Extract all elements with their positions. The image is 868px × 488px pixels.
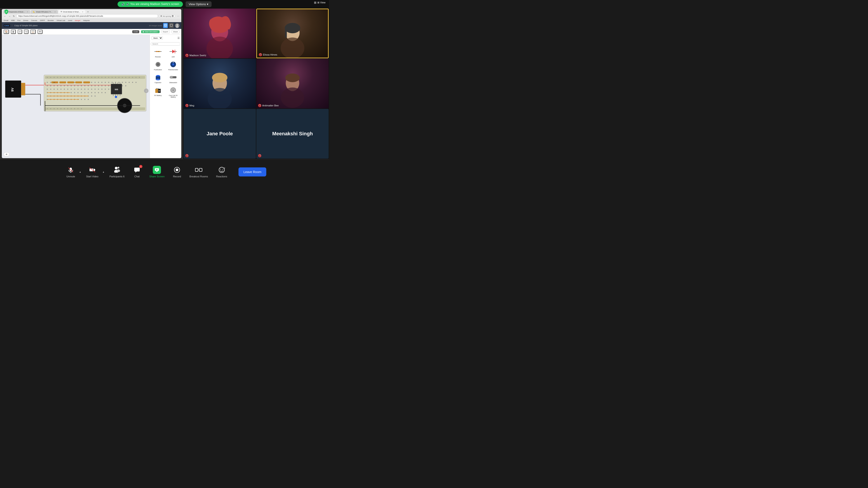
chat-button[interactable]: 1 Chat: [129, 164, 145, 180]
tinkercad-top-bar: CAD / Copy of Simple 555 piano All chang…: [2, 22, 181, 29]
svg-point-128: [88, 92, 89, 93]
unmute-button[interactable]: Unmute: [63, 164, 79, 180]
svg-point-99: [60, 89, 61, 90]
elissa-person-svg: [257, 9, 328, 58]
bookmark-boulder[interactable]: Boulder: [47, 19, 55, 22]
share-screen-icon: [153, 166, 161, 174]
bookmark-halyoke[interactable]: Halyoke: [82, 19, 91, 22]
jane-name-label: 🎤: [185, 154, 188, 157]
redo-button[interactable]: ↪: [24, 30, 29, 34]
svg-point-107: [88, 89, 89, 90]
svg-rect-179: [67, 82, 74, 84]
bookmarks-bar: Gmail KBB Fun Drives Canvas GRFP Boulder…: [2, 19, 181, 22]
svg-text:9V: 9V: [158, 90, 160, 92]
record-button[interactable]: Record: [169, 164, 185, 180]
reload-button[interactable]: ↻: [12, 15, 16, 18]
svg-point-34: [108, 77, 109, 78]
madison-person-svg: [184, 8, 256, 58]
component-item-capacitor[interactable]: Capacitor: [151, 72, 165, 84]
participant-tile-bee: 🎤 Antimatter Bee: [256, 59, 329, 108]
browser-tab-2[interactable]: 📐 Simple 555 piano | Tinkercad ×: [31, 10, 58, 13]
component-item-9v-battery[interactable]: 9V 9V Battery: [151, 85, 165, 99]
undo-button[interactable]: ↩: [18, 30, 22, 34]
component-item-potentiometer[interactable]: Potentiometer: [166, 59, 181, 71]
code-button[interactable]: Code: [132, 30, 139, 33]
components-list-view-button[interactable]: ☰: [178, 37, 180, 39]
bookmark-kbb[interactable]: KBB: [10, 19, 16, 22]
delete-button[interactable]: 🗑: [11, 30, 16, 34]
svg-point-247: [281, 88, 304, 108]
chevron-down-icon: ▾: [207, 2, 209, 6]
start-simulation-button[interactable]: ▶ Start Simulation: [141, 30, 159, 33]
3d-view-icon[interactable]: [163, 23, 168, 28]
component-item-slideswitch[interactable]: Slideswitch: [166, 72, 181, 84]
svg-point-216: [157, 63, 159, 66]
share-screen-button[interactable]: Share Screen: [146, 164, 168, 180]
video-arrow-button[interactable]: ▲: [102, 171, 105, 173]
tab-label-3: Circuit design of Simple Copy e: [63, 11, 80, 13]
close-tab-icon-2[interactable]: ×: [55, 11, 56, 13]
svg-point-127: [84, 92, 86, 93]
leave-room-button[interactable]: Leave Room: [239, 167, 266, 176]
bookmark-virtual-lab[interactable]: Virtual Lab: [56, 19, 66, 22]
components-filter-dropdown[interactable]: Basic: [151, 36, 163, 40]
bookmark-covid[interactable]: covid: [67, 19, 73, 22]
start-sim-label: Start Simulation: [145, 31, 158, 33]
svg-point-113: [108, 89, 109, 90]
madison-mute-icon: 🎤: [185, 54, 188, 57]
breakout-rooms-button[interactable]: Breakout Rooms: [186, 164, 212, 180]
browser-tab-3[interactable]: ⚙ Circuit design of Simple Copy e ×: [58, 10, 86, 13]
more-options-button[interactable]: ⋯: [176, 15, 180, 18]
bookmark-grfp[interactable]: GRFP: [39, 19, 46, 22]
component-item-coin-battery[interactable]: Coin Cell 3V Battery: [166, 85, 181, 99]
view-options-button[interactable]: View Options ▾: [186, 1, 212, 7]
export-button[interactable]: Export: [161, 30, 170, 33]
svg-point-102: [70, 89, 72, 90]
tab-label-2: Simple 555 piano | Tinkercad: [36, 11, 53, 13]
reactions-button[interactable]: + Reactions: [213, 164, 231, 180]
svg-text:⊙: ⊙: [172, 15, 174, 17]
components-panel: Basic ☰: [150, 35, 181, 158]
svg-point-24: [74, 77, 75, 78]
svg-point-43: [139, 77, 140, 78]
zoom-control[interactable]: ⊕: [4, 152, 9, 156]
visibility-button[interactable]: 👁: [37, 30, 42, 34]
forward-button[interactable]: →: [8, 15, 11, 18]
unmute-arrow-button[interactable]: ▲: [79, 171, 82, 173]
close-tab-icon-3[interactable]: ×: [82, 11, 83, 13]
bookmark-fun[interactable]: Fun: [17, 19, 22, 22]
notes-button[interactable]: 📋: [30, 30, 36, 34]
9v-battery-label: 9V Battery: [154, 95, 162, 96]
madison-video-background: [184, 8, 256, 58]
svg-point-88: [105, 85, 106, 86]
component-item-led[interactable]: LED: [166, 46, 181, 59]
start-video-button[interactable]: Start Video: [83, 164, 102, 180]
svg-point-75: [60, 85, 61, 86]
circuit-canvas-area[interactable]: ⊕ 9V: [2, 35, 150, 158]
back-button[interactable]: ←: [3, 15, 7, 18]
new-tab-button[interactable]: +: [86, 10, 90, 13]
participants-button[interactable]: Participants 6: [106, 164, 128, 180]
close-tab-icon[interactable]: ×: [27, 11, 28, 13]
svg-point-163: [50, 108, 51, 109]
address-bar[interactable]: https://www.tinkercad.com/things/e3lNjbS…: [16, 14, 158, 18]
bookmark-canvas[interactable]: Canvas: [30, 19, 38, 22]
participant-tile-meenakshi: Meenakshi Singh 🎤: [256, 109, 329, 159]
component-item-pushbutton[interactable]: Pushbutton: [151, 59, 165, 71]
bookmark-drives[interactable]: Drives: [22, 19, 29, 22]
share-button[interactable]: Share: [172, 30, 180, 33]
component-item-resistor[interactable]: Resistor: [151, 46, 165, 59]
bookmark-danger[interactable]: danger: [74, 19, 81, 22]
home-button[interactable]: 🏠: [4, 30, 9, 34]
banner-text: 🔊 You are viewing Madison Swirtz's scree…: [126, 2, 179, 6]
bookmark-gmail[interactable]: Gmail: [3, 19, 9, 22]
mute-icon: [67, 166, 75, 174]
9v-battery-icon: 9V: [154, 86, 162, 94]
svg-point-57: [91, 82, 92, 83]
view-button[interactable]: ⊞ ⊞ View: [314, 1, 326, 4]
components-search-input[interactable]: [151, 42, 180, 46]
2d-view-icon[interactable]: [169, 23, 174, 28]
meg-mute-icon: 🎤: [185, 104, 188, 107]
participants-icon: [113, 166, 121, 174]
svg-point-222: [156, 78, 160, 80]
